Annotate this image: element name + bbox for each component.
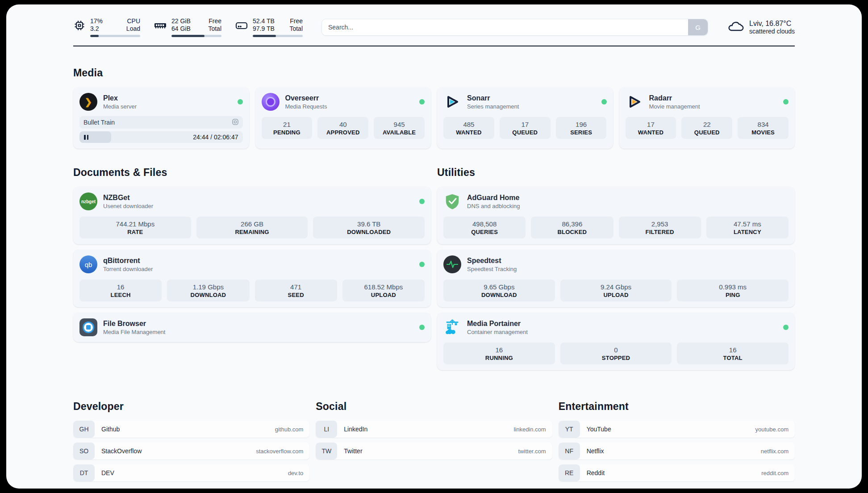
cpu-usage-label: CPU — [126, 17, 140, 25]
search-engine-button[interactable]: G — [688, 19, 708, 35]
stat-movies: 834 MOVIES — [738, 117, 789, 139]
stat-stopped: 0 STOPPED — [560, 343, 672, 364]
netflix-abbr-icon: NF — [559, 443, 580, 460]
ram-total-label: Total — [208, 25, 221, 33]
stat-downloaded: 39.6 TB DOWNLOADED — [313, 217, 425, 238]
card-sonarr[interactable]: Sonarr Series management 485 WANTED 17 Q… — [437, 87, 613, 149]
card-adguard[interactable]: AdGuard Home DNS and adblocking 498,508 … — [437, 187, 795, 244]
app-desc: Movie management — [649, 103, 700, 110]
disk-progress-bar — [253, 35, 303, 37]
section-title-social: Social — [316, 401, 552, 413]
status-dot — [783, 99, 789, 104]
top-bar: 17% 3.2 CPU Load — [73, 16, 795, 38]
dashboard-page: 17% 3.2 CPU Load — [6, 4, 862, 489]
linkedin-abbr-icon: LI — [316, 421, 337, 438]
app-name: Media Portainer — [467, 320, 528, 328]
card-nzbget[interactable]: nzbget NZBGet Usenet downloader 744.21 M… — [73, 187, 431, 244]
entertainment-section: Entertainment YT YouTube youtube.com NF … — [559, 401, 795, 486]
bookmark-dev[interactable]: DT DEV dev.to — [73, 464, 309, 481]
cpu-usage-value: 17% — [90, 17, 103, 25]
app-desc: Usenet downloader — [103, 203, 153, 209]
card-overseerr[interactable]: Overseerr Media Requests 21 PENDING 40 A… — [255, 87, 431, 149]
cpu-progress-bar — [90, 35, 140, 37]
app-desc: Series management — [467, 103, 519, 110]
stat-series: 196 SERIES — [556, 117, 607, 139]
bookmark-stackoverflow[interactable]: SO StackOverflow stackoverflow.com — [73, 443, 309, 460]
nzbget-icon: nzbget — [79, 192, 97, 210]
section-title-documents: Documents & Files — [73, 167, 431, 179]
stat-filtered: 2,953 FILTERED — [619, 217, 701, 238]
stackoverflow-abbr-icon: SO — [73, 443, 95, 460]
dev-abbr-icon: DT — [73, 464, 95, 481]
disk-icon — [235, 17, 248, 33]
overseerr-icon — [262, 93, 280, 111]
app-name: Plex — [103, 94, 137, 102]
reddit-abbr-icon: RE — [559, 464, 580, 481]
pause-icon[interactable] — [84, 135, 88, 140]
card-plex[interactable]: ❯ Plex Media server Bullet Train — [73, 87, 249, 149]
section-title-utilities: Utilities — [437, 167, 795, 179]
camera-icon[interactable] — [232, 118, 239, 127]
stat-seed: 471 SEED — [255, 280, 337, 301]
stat-upload: 9.24 Gbps UPLOAD — [560, 280, 672, 301]
card-portainer[interactable]: Media Portainer Container management 16 … — [437, 313, 795, 370]
ram-free-value: 22 GiB — [171, 17, 191, 25]
status-dot — [419, 199, 425, 204]
plex-now-playing: Bullet Train 24:44 / 02:06:47 — [79, 116, 243, 143]
card-radarr[interactable]: Radarr Movie management 17 WANTED 22 QUE… — [619, 87, 795, 149]
search-input[interactable] — [321, 19, 708, 36]
plex-icon: ❯ — [79, 93, 97, 111]
stat-rate: 744.21 Mbps RATE — [79, 217, 191, 238]
bookmark-youtube[interactable]: YT YouTube youtube.com — [559, 421, 795, 438]
app-desc: Speedtest Tracking — [467, 266, 517, 272]
github-abbr-icon: GH — [73, 421, 95, 438]
sonarr-icon — [443, 93, 461, 111]
app-desc: Media Requests — [285, 103, 327, 110]
card-qbittorrent[interactable]: qb qBittorrent Torrent downloader 16 LEE… — [73, 250, 431, 307]
status-dot — [419, 262, 425, 267]
card-speedtest[interactable]: Speedtest Speedtest Tracking 9.65 Gbps D… — [437, 250, 795, 307]
card-filebrowser[interactable]: File Browser Media File Management — [73, 313, 431, 342]
disk-stat: 52.4 TB 97.9 TB Free Total — [235, 17, 303, 37]
bookmark-twitter[interactable]: TW Twitter twitter.com — [316, 443, 552, 460]
stat-upload: 618.52 Mbps UPLOAD — [342, 280, 425, 301]
cpu-load-label: Load — [126, 25, 140, 33]
app-name: NZBGet — [103, 194, 153, 202]
twitter-abbr-icon: TW — [316, 443, 337, 460]
stat-blocked: 86,396 BLOCKED — [531, 217, 613, 238]
cpu-stat: 17% 3.2 CPU Load — [73, 17, 140, 37]
stat-wanted: 17 WANTED — [626, 117, 676, 139]
ram-icon — [154, 17, 167, 33]
app-name: qBittorrent — [103, 257, 153, 265]
stat-pending: 21 PENDING — [262, 117, 313, 139]
app-name: File Browser — [103, 320, 165, 328]
youtube-abbr-icon: YT — [559, 421, 580, 438]
cpu-load-value: 3.2 — [90, 25, 103, 33]
app-desc: Media File Management — [103, 329, 165, 335]
section-title-developer: Developer — [73, 401, 309, 413]
section-title-entertainment: Entertainment — [559, 401, 795, 413]
utilities-column: Utilities AdGuard Home DNS and adblocki — [437, 167, 795, 376]
stat-ping: 0.993 ms PING — [677, 280, 789, 301]
status-dot — [783, 325, 789, 330]
bookmark-reddit[interactable]: RE Reddit reddit.com — [559, 464, 795, 481]
stat-queued: 17 QUEUED — [500, 117, 551, 139]
header-divider — [73, 46, 795, 46]
stat-leech: 16 LEECH — [79, 280, 162, 301]
social-section: Social LI LinkedIn linkedin.com TW Twitt… — [316, 401, 552, 486]
weather-condition: scattered clouds — [749, 28, 795, 35]
app-name: Overseerr — [285, 94, 327, 102]
portainer-icon — [443, 318, 461, 336]
bookmark-github[interactable]: GH Github github.com — [73, 421, 309, 438]
app-name: AdGuard Home — [467, 194, 520, 202]
stat-available: 945 AVAILABLE — [374, 117, 425, 139]
bookmark-netflix[interactable]: NF Netflix netflix.com — [559, 443, 795, 460]
bookmark-linkedin[interactable]: LI LinkedIn linkedin.com — [316, 421, 552, 438]
status-dot — [601, 99, 607, 104]
app-name: Speedtest — [467, 257, 517, 265]
disk-free-value: 52.4 TB — [253, 17, 275, 25]
search-bar: G — [321, 19, 708, 36]
stat-download: 9.65 Gbps DOWNLOAD — [443, 280, 555, 301]
ram-total-value: 64 GiB — [171, 25, 191, 33]
now-playing-title: Bullet Train — [83, 119, 115, 126]
